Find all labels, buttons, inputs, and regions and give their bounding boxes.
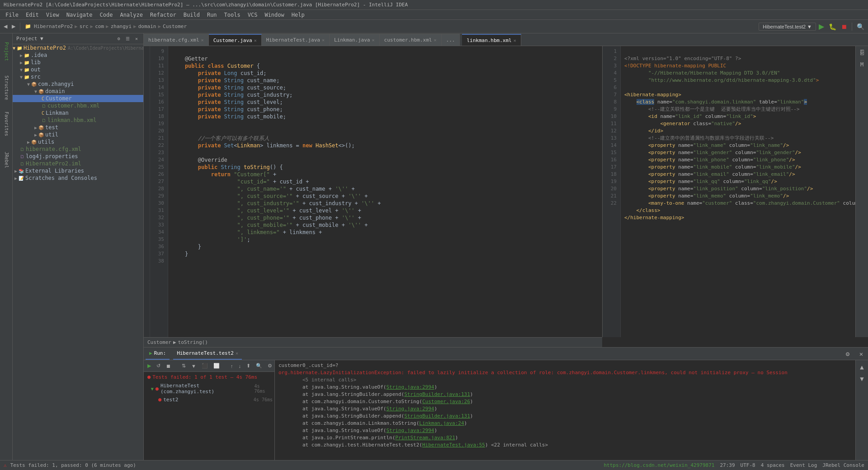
run-config-dropdown[interactable]: HibernateTest.test2 ▼	[759, 23, 816, 31]
tree-utils[interactable]: ▶ 📦 utils	[13, 138, 143, 146]
tree-lib[interactable]: ▶ 📁 lib	[13, 59, 143, 66]
menu-refactor[interactable]: Refactor	[146, 10, 180, 19]
tree-scratches[interactable]: ▶ 📝 Scratches and Consoles	[13, 174, 143, 182]
tree-customer[interactable]: C Customer	[13, 95, 143, 102]
tree-src[interactable]: ▼ 📁 src	[13, 73, 143, 80]
tree-iml[interactable]: 🗋 HibernatePro2.iml	[13, 160, 143, 167]
tree-log4j[interactable]: 🗋 log4j.properties	[13, 153, 143, 160]
jrebel-tab[interactable]: JRebel	[0, 142, 13, 178]
tree-domain[interactable]: ▼ 📦 domain	[13, 88, 143, 95]
tab-linkman[interactable]: Linkman.java ✕	[330, 34, 380, 46]
menu-help[interactable]: Help	[288, 10, 308, 19]
tab-customer-hbm[interactable]: customer.hbm.xml ✕	[380, 34, 442, 46]
tree-customer-hbm[interactable]: 🗋 customer.hbm.xml	[13, 102, 143, 109]
run-export-btn[interactable]: ⬆	[245, 362, 252, 370]
tree-hibernate-cfg[interactable]: 🗋 hibernate.cfg.xml	[13, 146, 143, 153]
menu-analyze[interactable]: Analyze	[116, 10, 146, 19]
jrebel-console-btn[interactable]: JRebel Console	[822, 462, 864, 468]
test-status-badge: Tests failed: 1 of 1 test – 4s 76ms	[152, 374, 257, 380]
tab-customer-hbm-label: customer.hbm.xml	[384, 37, 432, 43]
tree-idea[interactable]: ▶ 📁 .idea	[13, 52, 143, 59]
sidebar-gear-btn[interactable]: ✕	[133, 35, 140, 42]
tree-com-zhangyi[interactable]: ▼ 📦 com.zhangyi	[13, 80, 143, 88]
util-expand-icon: ▶	[34, 132, 37, 137]
output-down-btn[interactable]: ▼	[857, 374, 867, 384]
run-next-btn[interactable]: ↓	[236, 362, 243, 370]
tab-hibernate-cfg[interactable]: hibernate.cfg.xml ✕	[144, 34, 209, 46]
bottom-close-btn[interactable]: ✕	[856, 349, 866, 359]
tab-more[interactable]: ...	[442, 34, 460, 46]
tab-hibernate-test-close[interactable]: ✕	[322, 38, 325, 42]
toolbar-back-btn[interactable]: ◀	[2, 23, 9, 30]
run-rerun-btn[interactable]: ↺	[155, 362, 162, 370]
linkman-file-icon: C	[42, 111, 44, 116]
tree-linkman[interactable]: C Linkman	[13, 109, 143, 117]
tree-root[interactable]: ▼ 📁 HibernatePro2 A:\Code\IdeaProjects\H…	[13, 44, 143, 52]
run-collapse-btn[interactable]: ⬛	[200, 362, 210, 370]
toolbar-forward-btn[interactable]: ▶	[10, 23, 17, 30]
sidebar-settings-btn[interactable]: ☰	[124, 35, 132, 42]
run-toolbar: ▶ ↺ ⏹ ⇅ ▼ ⬛ ⬜ ↑ ↓ ⬆ 🔍	[144, 360, 274, 372]
editors-split: 9 10 11 12 13 14 15 16 17 18 19 20 21 22	[144, 46, 868, 337]
tab-hibernate-cfg-close[interactable]: ✕	[201, 38, 204, 42]
run-stop-btn[interactable]: ⏹	[164, 362, 173, 370]
run-expand-btn[interactable]: ⬜	[212, 362, 222, 370]
tree-out[interactable]: ▼ 📁 out	[13, 66, 143, 73]
event-log-btn[interactable]: Event Log	[790, 462, 817, 468]
run-settings-btn[interactable]: ⚙	[266, 362, 274, 370]
menu-vcs[interactable]: VCS	[244, 10, 261, 19]
tab-linkman-label: Linkman.java	[334, 37, 370, 43]
output-line-4: at java.lang.StringBuilder.append(String…	[278, 391, 852, 398]
run-sort-btn[interactable]: ⇅	[180, 362, 188, 370]
run-tab[interactable]: ▶ Run:	[146, 348, 170, 360]
tab-hibernate-test[interactable]: HibernateTest.java ✕	[262, 34, 330, 46]
right-code-content[interactable]: <?xml version="1.0" encoding="UTF-8" ?> …	[621, 46, 855, 337]
tree-ext-libs[interactable]: ▶ 📚 External Libraries	[13, 167, 143, 174]
favorites-tab[interactable]: Favorites	[0, 106, 13, 142]
tab-linkman-close[interactable]: ✕	[372, 38, 374, 42]
tree-util[interactable]: ▶ 📦 util	[13, 131, 143, 138]
out-label: out	[31, 66, 41, 73]
menu-file[interactable]: File	[2, 10, 22, 19]
database-btn[interactable]: 🗄	[857, 48, 867, 58]
scratches-icon: 📝	[19, 176, 24, 181]
menu-navigate[interactable]: Navigate	[63, 10, 96, 19]
menu-view[interactable]: View	[42, 10, 63, 19]
run-prev-btn[interactable]: ↑	[229, 362, 235, 370]
project-tab[interactable]: Project	[0, 33, 13, 70]
menu-window[interactable]: Window	[261, 10, 288, 19]
menu-tools[interactable]: Tools	[221, 10, 244, 19]
domain-expand-icon: ▼	[34, 89, 37, 94]
run-search2-btn[interactable]: 🔍	[254, 362, 264, 370]
sidebar-collapse-btn[interactable]: ⚙	[116, 35, 122, 42]
bottom-settings-btn[interactable]: ⚙	[843, 349, 853, 359]
tab-customer-hbm-close[interactable]: ✕	[434, 38, 436, 42]
run-filter-btn[interactable]: ▼	[189, 362, 198, 370]
run-btn[interactable]: ▶	[817, 21, 826, 32]
maven-btn[interactable]: M	[857, 60, 867, 70]
test2-error-icon: ●	[158, 396, 161, 403]
menu-run[interactable]: Run	[203, 10, 221, 19]
run-hibernate-test-item[interactable]: ▼ ● HibernateTest (com.zhangyi.test) 4s …	[144, 382, 274, 395]
debug-btn[interactable]: 🐛	[827, 22, 838, 31]
tab-linkman-hbm[interactable]: linkman.hbm.xml ✕	[462, 34, 521, 46]
tab-linkman-hbm-close[interactable]: ✕	[514, 38, 516, 43]
run-test2-item[interactable]: ● test2 4s 76ms	[144, 395, 274, 404]
hibernate-test-tab-close[interactable]: ✕	[236, 351, 238, 356]
output-up-btn[interactable]: ▲	[857, 362, 867, 372]
menu-code[interactable]: Code	[96, 10, 117, 19]
hibernate-test-tab[interactable]: HibernateTest.test2 ✕	[173, 348, 242, 360]
menu-edit[interactable]: Edit	[22, 10, 42, 19]
menu-build[interactable]: Build	[180, 10, 203, 19]
tree-linkman-hbm[interactable]: 🗋 linkman.hbm.xml	[13, 117, 143, 124]
stop-btn[interactable]: ⏹	[839, 22, 849, 31]
tab-customer-java-close[interactable]: ✕	[254, 38, 257, 43]
tab-customer-java[interactable]: Customer.java ✕	[209, 34, 262, 46]
run-play-btn[interactable]: ▶	[146, 362, 153, 370]
structure-tab[interactable]: Structure	[0, 70, 13, 106]
left-code-content[interactable]: @Getter public class Customer { private …	[168, 46, 602, 337]
tree-test[interactable]: ▶ 📦 test	[13, 124, 143, 131]
search-everywhere-btn[interactable]: 🔍	[855, 22, 866, 31]
run-sidebar: ▶ ↺ ⏹ ⇅ ▼ ⬛ ⬜ ↑ ↓ ⬆ 🔍	[144, 360, 275, 460]
idea-folder-icon: 📁	[24, 53, 29, 58]
